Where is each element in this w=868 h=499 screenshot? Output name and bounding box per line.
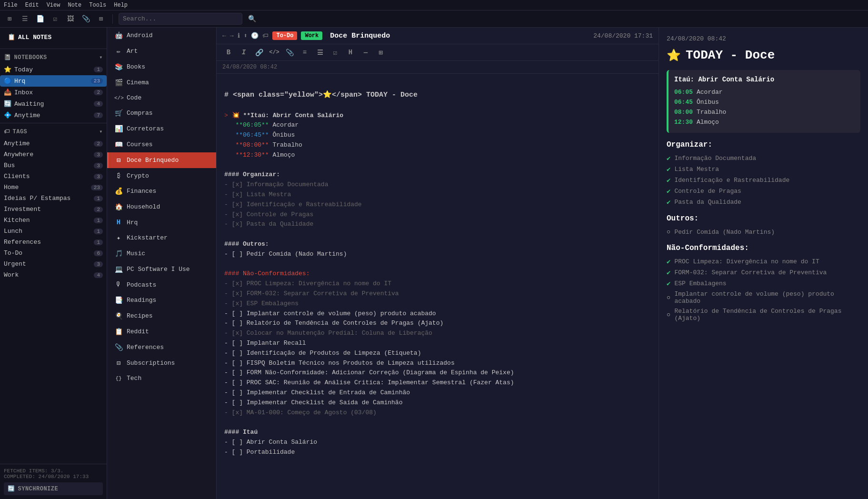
toolbar-image-icon[interactable]: 🖼: [65, 13, 76, 25]
sync-button[interactable]: 🔄 SYNCHRONIZE: [4, 482, 103, 495]
sidebar-anytime[interactable]: 💠 Anytime 7: [0, 110, 107, 121]
nb-subscriptions[interactable]: ⊟ Subscriptions: [107, 355, 216, 371]
nb-music[interactable]: 🎵 Music: [107, 246, 216, 261]
table-tool[interactable]: ⊞: [375, 46, 387, 59]
sidebar-inbox[interactable]: 📥 Inbox 2: [0, 87, 107, 98]
anytime-nb-count: 7: [94, 112, 103, 118]
note-content[interactable]: # <span class="yellow">⭐</span> TODAY - …: [217, 74, 658, 499]
tags-chevron-icon: ▾: [99, 128, 103, 135]
sidebar-divider-1: [0, 49, 107, 49]
toolbar-list-icon[interactable]: ☰: [19, 13, 30, 25]
sidebar-tag-anywhere[interactable]: Anywhere 3: [0, 149, 107, 160]
nb-courses[interactable]: 📖 Courses: [107, 137, 216, 152]
doce-icon: ⊟: [114, 156, 123, 164]
tags-section-header[interactable]: 🏷 TAGS ▾: [0, 125, 107, 138]
menu-note[interactable]: Note: [68, 2, 81, 9]
nb-tech[interactable]: {} Tech: [107, 371, 216, 386]
sidebar-tag-bus[interactable]: Bus 3: [0, 160, 107, 171]
heading-tool[interactable]: H: [344, 46, 357, 59]
menu-view[interactable]: View: [47, 2, 60, 9]
sidebar-all-notes[interactable]: 📋 ALL NOTES: [4, 30, 103, 44]
nb-doce-brinquedo[interactable]: ⊟ Doce Brinquedo: [107, 152, 216, 168]
sidebar-tag-urgent[interactable]: Urgent 3: [0, 259, 107, 269]
bold-tool[interactable]: B: [222, 46, 235, 59]
organizar-item-5: Pasta da Qualidade: [674, 199, 741, 206]
sidebar-tag-todo[interactable]: To-Do 6: [0, 248, 107, 259]
fetched-items-text: FETCHED ITEMS: 3/3.: [4, 468, 103, 474]
italic-tool[interactable]: I: [238, 46, 250, 59]
anytime-nb-icon: 💠: [4, 111, 11, 119]
toolbar-checkbox-icon[interactable]: ☑: [50, 13, 61, 25]
nb-corretoras[interactable]: 📊 Corretoras: [107, 121, 216, 137]
search-icon[interactable]: 🔍: [246, 13, 258, 25]
share-icon[interactable]: ⬆: [244, 32, 248, 40]
sidebar-tag-clients[interactable]: Clients 3: [0, 171, 107, 182]
notebooks-label: NOTEBOOKS: [14, 54, 47, 61]
link-tool[interactable]: 🔗: [253, 46, 265, 59]
nb-art[interactable]: ✏ Art: [107, 43, 216, 59]
nb-kickstarter[interactable]: ✦ Kickstarter: [107, 230, 216, 246]
preview-organizar-3: ✔ Identificação e Rastreabilidade: [667, 175, 860, 186]
sidebar-hrq[interactable]: 🔵 Hrq 23: [0, 75, 107, 87]
nb-references[interactable]: 📎 References: [107, 339, 216, 355]
nb-recipes[interactable]: 🍳 Recipes: [107, 308, 216, 324]
nb-readings[interactable]: 📑 Readings: [107, 292, 216, 308]
time-0645: 06:45: [674, 99, 693, 106]
toolbar-attach-icon[interactable]: 📎: [80, 13, 91, 25]
toolbar-new-note-icon[interactable]: 📄: [34, 13, 46, 25]
hr-tool[interactable]: —: [359, 46, 372, 59]
nb-reddit[interactable]: 📋 Reddit: [107, 324, 216, 339]
notebooks-section-header[interactable]: 📓 NOTEBOOKS ▾: [0, 51, 107, 64]
menu-tools[interactable]: Tools: [89, 2, 106, 9]
circle-icon-1: ○: [667, 228, 670, 236]
sidebar-awaiting[interactable]: 🔄 Awaiting 4: [0, 98, 107, 110]
nb-hrq[interactable]: H Hrq: [107, 215, 216, 230]
sidebar-tag-references[interactable]: References 1: [0, 237, 107, 248]
nb-crypto[interactable]: ₿ Crypto: [107, 168, 216, 183]
code-inline-tool[interactable]: </>: [268, 46, 280, 59]
preview-schedule-0645: 06:45 Ônibus: [674, 97, 855, 107]
nb-finances[interactable]: 💰 Finances: [107, 183, 216, 199]
sidebar-today[interactable]: ⭐ Today 1: [0, 64, 107, 75]
nb-code[interactable]: </> Code: [107, 90, 216, 105]
ordered-list-tool[interactable]: ≡: [299, 46, 311, 59]
preview-naoconf-5: ○ Relatório de Tendência de Controles de…: [667, 306, 860, 323]
nb-android[interactable]: 🤖 Android: [107, 28, 216, 43]
sidebar-tag-home[interactable]: Home 23: [0, 182, 107, 193]
nb-compras[interactable]: 🛒 Compras: [107, 105, 216, 121]
work-badge[interactable]: Work: [301, 31, 322, 40]
info-icon[interactable]: ℹ: [238, 32, 240, 40]
preview-timestamp: 24/08/2020 08:42: [667, 35, 860, 42]
menu-file[interactable]: File: [4, 2, 18, 9]
sidebar-tag-ideias[interactable]: Ideias P/ Estampas 1: [0, 193, 107, 204]
nb-podcasts[interactable]: 🎙 Podcasts: [107, 277, 216, 292]
todo-badge[interactable]: To-Do: [272, 31, 297, 40]
sidebar-tag-investment[interactable]: Investment 2: [0, 204, 107, 215]
nav-forward-icon[interactable]: →: [230, 32, 234, 40]
sidebar-tag-lunch[interactable]: Lunch 1: [0, 226, 107, 237]
unordered-list-tool[interactable]: ☰: [314, 46, 326, 59]
crypto-icon: ₿: [114, 172, 123, 180]
preview-organizar-1: ✔ Informação Documentada: [667, 153, 860, 164]
nb-pc-software[interactable]: 💻 PC Software I Use: [107, 261, 216, 277]
hrq-count: 23: [91, 78, 103, 84]
check-icon-nc3: ✔: [667, 279, 670, 288]
checkbox-tool[interactable]: ☑: [329, 46, 341, 59]
nb-cinema[interactable]: 🎬 Cinema: [107, 75, 216, 90]
menu-edit[interactable]: Edit: [25, 2, 39, 9]
attach-tool[interactable]: 📎: [283, 46, 296, 59]
label-onibus: Ônibus: [697, 99, 719, 106]
sidebar-tag-work[interactable]: Work 4: [0, 269, 107, 280]
all-notes-icon: 📋: [8, 33, 15, 41]
toolbar-export-icon[interactable]: ⊞: [95, 13, 107, 25]
history-icon[interactable]: 🕐: [251, 32, 259, 40]
sidebar-tag-anytime[interactable]: Anytime 2: [0, 138, 107, 149]
menu-help[interactable]: Help: [114, 2, 128, 9]
toolbar-grid-icon[interactable]: ⊞: [4, 13, 15, 25]
search-input[interactable]: [119, 13, 242, 25]
nb-household[interactable]: 🏠 Household: [107, 199, 216, 215]
sidebar-tag-kitchen[interactable]: Kitchen 1: [0, 215, 107, 226]
nav-back-icon[interactable]: ←: [222, 32, 226, 40]
tag-icon[interactable]: 🏷: [262, 32, 269, 40]
nb-books[interactable]: 📚 Books: [107, 59, 216, 75]
